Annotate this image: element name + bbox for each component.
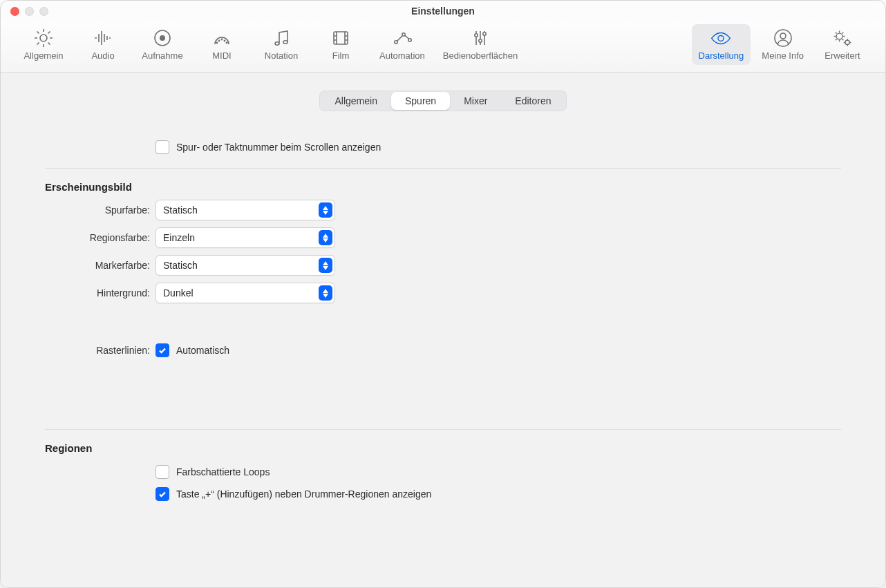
svg-point-21	[845, 40, 849, 44]
tab-mixer[interactable]: Mixer	[450, 92, 501, 110]
toolbar-label: Aufnahme	[142, 50, 182, 61]
toolbar-meineinfo[interactable]: Meine Info	[755, 24, 811, 65]
toolbar-label: Erweitert	[824, 50, 860, 61]
appearance-form: Spurfarbe: Statisch Regionsfarbe: Einzel…	[45, 200, 841, 303]
gears-icon	[831, 28, 854, 48]
svg-rect-10	[334, 32, 348, 44]
loops-row: Farbschattierte Loops	[155, 461, 841, 483]
tab-spuren[interactable]: Spuren	[391, 92, 450, 110]
tab-allgemein[interactable]: Allgemein	[321, 92, 390, 110]
sliders-icon	[469, 28, 491, 48]
svg-point-8	[275, 42, 279, 45]
titlebar: Einstellungen	[1, 1, 885, 21]
toolbar-audio[interactable]: Audio	[75, 24, 131, 65]
notation-icon	[270, 28, 292, 48]
toolbar-notation[interactable]: Notation	[254, 24, 309, 65]
toolbar-label: Audio	[91, 50, 114, 61]
toolbar-label: Bedienoberflächen	[443, 50, 518, 61]
film-icon	[330, 28, 352, 48]
svg-point-19	[780, 33, 786, 39]
updown-icon	[319, 202, 332, 218]
section-title-appearance: Erscheinungsbild	[45, 181, 841, 193]
toolbar-label: Allgemein	[23, 50, 63, 61]
marker-color-select[interactable]: Statisch	[155, 255, 335, 276]
svg-point-16	[483, 32, 486, 35]
section-title-regions: Regionen	[45, 442, 841, 454]
svg-point-5	[226, 42, 228, 44]
toolbar-erweitert[interactable]: Erweitert	[815, 24, 870, 65]
updown-icon	[319, 258, 332, 273]
gridlines-row: Rasterlinien: Automatisch	[45, 343, 841, 357]
pluskey-label: Taste „+“ (Hinzufügen) neben Drummer-Reg…	[176, 489, 431, 500]
tab-editoren[interactable]: Editoren	[501, 92, 565, 110]
loops-label: Farbschattierte Loops	[176, 466, 270, 477]
track-color-label: Spurfarbe:	[45, 205, 155, 216]
region-color-label: Regionsfarbe:	[45, 232, 155, 243]
select-value: Statisch	[163, 260, 198, 271]
sub-tabs: Allgemein Spuren Mixer Editoren	[319, 91, 566, 111]
window-title: Einstellungen	[1, 6, 885, 17]
scroll-number-label: Spur- oder Taktnummer beim Scrollen anze…	[176, 142, 381, 153]
loops-checkbox[interactable]	[155, 465, 169, 479]
svg-point-7	[224, 40, 226, 42]
toolbar-aufnahme[interactable]: Aufnahme	[135, 24, 190, 65]
svg-point-9	[283, 41, 288, 44]
pluskey-checkbox[interactable]	[155, 487, 169, 501]
toolbar-midi[interactable]: MIDI	[194, 24, 249, 65]
toolbar-film[interactable]: Film	[313, 24, 368, 65]
track-color-select[interactable]: Statisch	[155, 200, 335, 220]
svg-point-14	[475, 34, 478, 37]
marker-color-label: Markerfarbe:	[45, 260, 155, 271]
updown-icon	[319, 285, 332, 301]
toolbar-label: Automation	[379, 50, 425, 61]
toolbar-darstellung[interactable]: Darstellung	[692, 24, 751, 65]
toolbar-bedienoberflaechen[interactable]: Bedienoberflächen	[436, 24, 525, 65]
divider	[45, 429, 841, 430]
toolbar-label: Film	[332, 50, 350, 61]
gridlines-checkbox[interactable]	[155, 343, 169, 357]
toolbar-label: Darstellung	[699, 50, 744, 61]
svg-point-6	[218, 40, 220, 42]
automation-icon	[391, 28, 413, 48]
toolbar-automation[interactable]: Automation	[373, 24, 432, 65]
scroll-number-row: Spur- oder Taktnummer beim Scrollen anze…	[155, 136, 841, 158]
gridlines-check-label: Automatisch	[176, 345, 229, 356]
eye-icon	[710, 28, 732, 48]
toolbar-allgemein[interactable]: Allgemein	[16, 24, 71, 65]
toolbar-label: MIDI	[212, 50, 231, 61]
content-area: Allgemein Spuren Mixer Editoren Spur- od…	[1, 73, 885, 587]
svg-point-3	[216, 42, 218, 44]
user-icon	[772, 28, 794, 48]
svg-point-15	[479, 39, 482, 42]
updown-icon	[319, 230, 332, 245]
select-value: Dunkel	[163, 287, 194, 298]
svg-point-20	[836, 33, 842, 39]
divider	[45, 168, 841, 169]
toolbar-label: Meine Info	[762, 50, 804, 61]
svg-point-12	[402, 33, 405, 36]
select-value: Statisch	[163, 205, 198, 216]
svg-point-4	[221, 39, 223, 41]
region-color-select[interactable]: Einzeln	[155, 227, 335, 248]
gridlines-label: Rasterlinien:	[45, 345, 155, 356]
pluskey-row: Taste „+“ (Hinzufügen) neben Drummer-Reg…	[155, 483, 841, 505]
svg-point-17	[718, 35, 724, 41]
svg-point-11	[395, 41, 397, 44]
record-icon	[151, 28, 173, 48]
toolbar-label: Notation	[265, 50, 298, 61]
scroll-number-checkbox[interactable]	[155, 140, 169, 154]
gear-icon	[32, 28, 55, 48]
background-select[interactable]: Dunkel	[155, 283, 335, 303]
audio-icon	[92, 28, 114, 48]
svg-point-2	[160, 35, 165, 41]
background-label: Hintergrund:	[45, 287, 155, 298]
toolbar: Allgemein Audio Aufnahme MIDI Notation	[1, 21, 885, 73]
svg-point-0	[40, 35, 47, 41]
midi-icon	[211, 28, 233, 48]
select-value: Einzeln	[163, 232, 195, 243]
preferences-window: Einstellungen Allgemein Audio Aufnahme M…	[0, 0, 886, 588]
